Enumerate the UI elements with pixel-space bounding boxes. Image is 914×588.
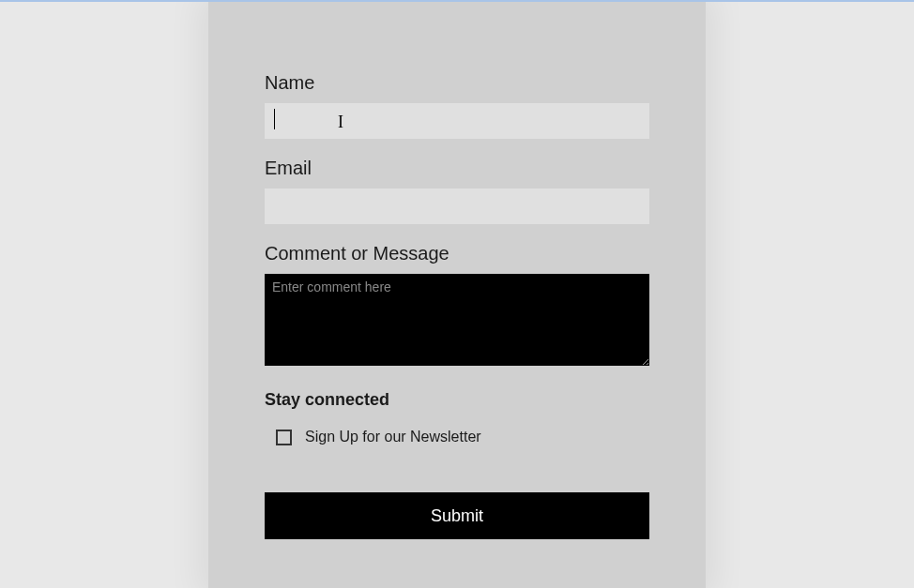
newsletter-checkbox[interactable]	[276, 430, 292, 445]
name-input-wrapper: I	[265, 103, 649, 158]
submit-button[interactable]: Submit	[265, 492, 649, 539]
contact-form-card: Name I Email Comment or Message Stay con…	[208, 2, 706, 588]
stay-connected-heading: Stay connected	[265, 390, 649, 410]
comment-label: Comment or Message	[265, 243, 649, 264]
newsletter-label: Sign Up for our Newsletter	[305, 429, 481, 445]
newsletter-row: Sign Up for our Newsletter	[276, 429, 649, 445]
comment-textarea[interactable]	[265, 274, 649, 366]
name-label: Name	[265, 72, 649, 94]
email-label: Email	[265, 158, 649, 179]
name-input[interactable]	[265, 103, 649, 139]
email-input[interactable]	[265, 188, 649, 224]
